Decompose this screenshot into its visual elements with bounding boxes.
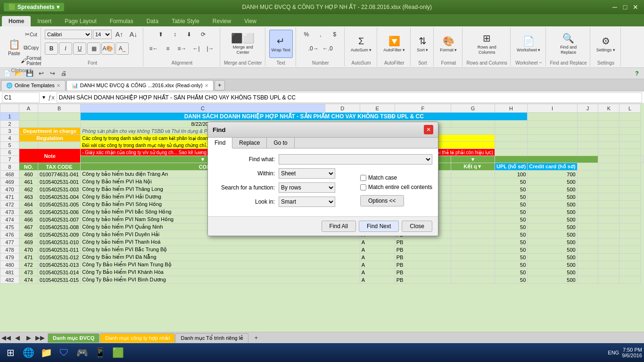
decrease-indent-button[interactable]: ←| [190,42,203,55]
align-center-button[interactable]: ≡ [161,42,174,55]
cell-l8[interactable] [619,163,641,171]
align-left-button[interactable]: ≡← [147,42,160,55]
tab-insert[interactable]: Insert [31,16,58,26]
tab-data[interactable]: Data [140,16,165,26]
increase-decimal-button[interactable]: .0→ [307,42,320,55]
dialog-close-button[interactable]: ✕ [424,125,433,134]
cell-g468[interactable] [451,171,495,178]
add-sheet-button[interactable]: + [251,333,261,343]
align-middle-button[interactable]: ↕ [168,28,182,41]
cell-k1[interactable] [598,113,619,121]
cell-h470[interactable]: 50 [495,186,528,193]
cell-g471[interactable] [451,193,495,201]
qa-save-button[interactable]: 💾 [25,68,35,79]
cell-l478[interactable] [619,246,641,254]
cell-l472[interactable] [619,201,641,208]
cell-f478[interactable]: PB [395,246,451,254]
cell-i1[interactable] [528,113,577,121]
cell-e477[interactable]: A [360,239,395,246]
cell-l475[interactable] [619,223,641,231]
cell-k480[interactable] [598,261,619,269]
sort-button[interactable]: ⇅ Sort ▾ [414,30,430,58]
cell-i4[interactable] [528,135,577,142]
cell-g478[interactable] [451,246,495,254]
align-bottom-button[interactable]: ⬇ [182,28,196,41]
sheet-nav-next[interactable]: ▶ [24,333,34,343]
cell-l479[interactable] [619,254,641,261]
cell-c1[interactable]: DANH SÁCH DOANH NGHIỆP HỢP NHẤT - SẢN PH… [81,113,528,121]
cell-b473[interactable]: 0105402531-006 [38,208,81,216]
cell-a479[interactable]: 471 [19,254,38,261]
cell-k481[interactable] [598,269,619,276]
col-header-e[interactable]: E [360,104,395,113]
cell-b469[interactable]: 0105402531-001 [38,178,81,186]
cell-a470[interactable]: 462 [19,186,38,193]
qa-new-button[interactable]: 📄 [2,68,12,79]
tab-page-layout[interactable]: Page Layout [58,16,103,26]
cell-k8[interactable] [598,163,619,171]
cell-h480[interactable]: 50 [495,261,528,269]
cell-h479[interactable]: 50 [495,254,528,261]
increase-indent-button[interactable]: |→ [204,42,217,55]
cell-i480[interactable]: 500 [528,261,577,269]
cell-i478[interactable]: 500 [528,246,577,254]
cell-g7[interactable] [495,156,598,163]
cell-l468[interactable] [619,171,641,178]
minimize-button[interactable]: ─ [610,2,619,12]
cell-a475[interactable]: 467 [19,223,38,231]
cell-b2[interactable] [38,121,81,128]
cell-k476[interactable] [598,231,619,239]
taskbar-start-button[interactable]: ⊞ [2,344,19,361]
cell-h468[interactable]: 100 [495,171,528,178]
cell-k470[interactable] [598,186,619,193]
col-header-l[interactable]: L [619,104,641,113]
cell-k468[interactable] [598,171,619,178]
match-case-checkbox[interactable] [360,175,366,181]
cell-i471[interactable]: 500 [528,193,577,201]
border-button[interactable]: ▦ [87,42,100,55]
cell-b471[interactable]: 0105402531-004 [38,193,81,201]
cell-f479[interactable]: PB [395,254,451,261]
cell-j481[interactable] [577,269,598,276]
decrease-decimal-button[interactable]: ←.0 [321,42,334,55]
cell-h477[interactable]: 50 [495,239,528,246]
dialog-tab-replace[interactable]: Replace [232,138,267,148]
font-increase-button[interactable]: A↑ [113,28,126,41]
cell-ab4[interactable]: Regulation [19,135,81,142]
cell-i481[interactable]: 500 [528,269,577,276]
merge-center-button[interactable]: ⬛⬜ Merge andCenter [229,30,257,58]
qa-redo-button[interactable]: ↪ [47,68,58,79]
col-header-a[interactable]: A [19,104,38,113]
cut-button[interactable]: ✂ Cut [25,28,38,41]
cell-j470[interactable] [577,186,598,193]
cell-a471[interactable]: 463 [19,193,38,201]
taskbar-ie-button[interactable]: 🌐 [20,344,37,361]
sheet-nav-prev[interactable]: ◀ [12,333,23,343]
cell-g474[interactable] [451,216,495,223]
tab-close-templates[interactable]: ✕ [57,83,60,88]
close-button[interactable]: ✕ [631,2,640,12]
cell-h478[interactable]: 50 [495,246,528,254]
col-header-f[interactable]: F [395,104,451,113]
cell-e479[interactable]: A [360,254,395,261]
cell-b470[interactable]: 0105402531-003 [38,186,81,193]
cell-g480[interactable] [451,261,495,269]
cell-f480[interactable]: PB [395,261,451,269]
find-what-input[interactable] [279,154,432,165]
cell-c478[interactable]: Công ty bảo hiểm PVI Bắc Trung Bộ [81,246,360,254]
cell-i476[interactable]: 500 [528,231,577,239]
cell-g476[interactable] [451,231,495,239]
cell-l480[interactable] [619,261,641,269]
cell-c481[interactable]: Công Ty Bảo Hiểm PVI Khánh Hòa [81,269,360,276]
cell-a468[interactable]: 460 [19,171,38,178]
cell-j5[interactable] [577,142,598,149]
cell-i473[interactable]: 500 [528,208,577,216]
cell-a480[interactable]: 472 [19,261,38,269]
cell-f481[interactable]: PB [395,269,451,276]
cell-h3[interactable] [495,128,528,135]
cell-b480[interactable]: 0105402531-013 [38,261,81,269]
cell-h482[interactable]: 50 [495,276,528,284]
cell-i468[interactable]: 700 [528,171,577,178]
file-tab-main[interactable]: 📊 DANH MỤC ĐVCQ & CÔNG ...2016.xlsx (Rea… [66,80,214,90]
cell-a469[interactable]: 461 [19,178,38,186]
